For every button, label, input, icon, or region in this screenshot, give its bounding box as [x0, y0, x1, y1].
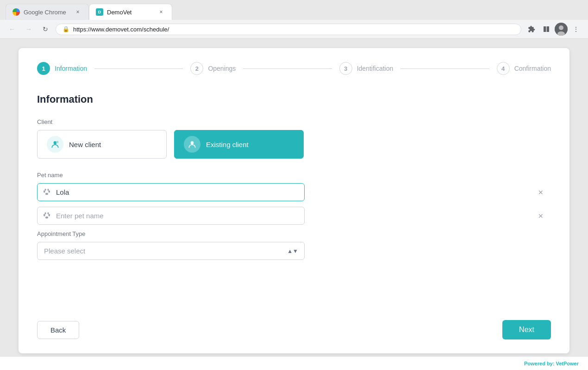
existing-client-button[interactable]: Existing client [174, 130, 304, 159]
browser-toolbar: ← → ↻ 🔒 https://www.demovet.com/schedule… [0, 20, 588, 39]
new-client-button[interactable]: New client [37, 130, 167, 159]
step-4: 4 Confirmation [497, 62, 551, 75]
tab-google[interactable]: Google Chrome × [6, 4, 89, 20]
appointment-type-wrapper: Please select Wellness Exam Vaccination … [37, 242, 305, 260]
appointment-type-select[interactable]: Please select Wellness Exam Vaccination … [37, 242, 305, 260]
step-line-2 [243, 68, 332, 69]
svg-point-15 [48, 214, 50, 216]
powered-by: Powered by: VetPower [0, 357, 588, 370]
step-3-circle: 3 [339, 62, 352, 75]
step-3-label: Identification [357, 65, 394, 72]
vetpower-brand: VetPower [556, 361, 579, 366]
svg-point-7 [191, 141, 194, 144]
stepper: 1 Information 2 Openings 3 Identificatio… [37, 62, 551, 75]
existing-client-label: Existing client [206, 141, 249, 148]
pet-name-label: Pet name [37, 172, 551, 179]
appointment-type-section: Appointment Type Please select Wellness … [37, 230, 551, 260]
forward-nav-button[interactable]: → [22, 23, 35, 36]
client-buttons: New client Existing client [37, 130, 551, 159]
menu-button[interactable]: ⋮ [569, 23, 582, 36]
step-2-circle: 2 [190, 62, 203, 75]
form-title: Information [37, 93, 551, 105]
google-favicon-icon [13, 8, 20, 16]
pet-name-2-wrapper: ✕ [37, 207, 551, 225]
back-button[interactable]: Back [37, 321, 79, 339]
tab-demovet-title: DemoVet [107, 9, 153, 16]
step-1-label: Information [55, 65, 87, 72]
step-line-3 [400, 68, 489, 69]
step-1: 1 Information [37, 62, 87, 75]
tab-google-title: Google Chrome [24, 9, 70, 16]
step-2-label: Openings [208, 65, 236, 72]
user-avatar[interactable] [555, 23, 568, 36]
step-1-circle: 1 [37, 62, 50, 75]
tab-bar: Google Chrome × D DemoVet × [0, 0, 588, 20]
pet-name-section: Pet name ✕ [37, 172, 551, 225]
address-bar[interactable]: 🔒 https://www.demovet.com/schedule/ [56, 24, 521, 35]
new-client-icon [47, 136, 63, 153]
pet-name-1-wrapper: ✕ [37, 183, 551, 201]
new-client-label: New client [69, 141, 101, 148]
svg-point-11 [45, 189, 46, 191]
svg-point-8 [45, 193, 48, 195]
card-footer: Back Next [37, 311, 551, 339]
extensions-button[interactable] [525, 23, 538, 36]
lock-icon: 🔒 [63, 26, 69, 32]
svg-point-12 [48, 189, 49, 191]
back-nav-button[interactable]: ← [6, 23, 19, 36]
main-card: 1 Information 2 Openings 3 Identificatio… [19, 48, 569, 353]
existing-client-icon [184, 136, 200, 153]
step-3: 3 Identification [339, 62, 394, 75]
paw-icon-2 [43, 211, 51, 221]
page-content: 1 Information 2 Openings 3 Identificatio… [0, 39, 588, 357]
next-button[interactable]: Next [502, 320, 551, 339]
step-4-circle: 4 [497, 62, 510, 75]
tab-demovet-close[interactable]: × [157, 8, 165, 16]
client-field: Client New clien [37, 118, 551, 159]
paw-icon-1 [43, 187, 51, 197]
pet-name-1-input[interactable] [37, 183, 305, 201]
reload-nav-button[interactable]: ↻ [39, 23, 52, 36]
pet-name-2-input[interactable] [37, 207, 305, 225]
svg-point-10 [48, 190, 50, 192]
split-view-button[interactable] [540, 23, 553, 36]
svg-point-16 [45, 212, 46, 215]
appointment-type-label: Appointment Type [37, 230, 551, 237]
demovet-favicon-icon: D [96, 8, 103, 16]
step-line-1 [94, 68, 183, 69]
url-text: https://www.demovet.com/schedule/ [73, 26, 169, 33]
tabs-container: Google Chrome × D DemoVet × [6, 4, 172, 20]
step-4-label: Confirmation [514, 65, 551, 72]
svg-point-14 [44, 214, 45, 216]
tab-google-close[interactable]: × [74, 8, 82, 16]
step-2: 2 Openings [190, 62, 236, 75]
client-label: Client [37, 118, 551, 125]
form-section: Information Client [37, 93, 551, 292]
toolbar-actions: ⋮ [525, 23, 582, 36]
tab-demovet[interactable]: D DemoVet × [89, 4, 172, 20]
svg-point-13 [45, 216, 48, 219]
browser-chrome: Google Chrome × D DemoVet × ← → ↻ 🔒 http… [0, 0, 588, 39]
svg-point-17 [48, 212, 49, 215]
pet-name-1-clear[interactable]: ✕ [536, 188, 545, 197]
svg-point-1 [559, 25, 563, 30]
svg-point-9 [44, 190, 45, 192]
pet-name-2-clear[interactable]: ✕ [536, 211, 545, 221]
